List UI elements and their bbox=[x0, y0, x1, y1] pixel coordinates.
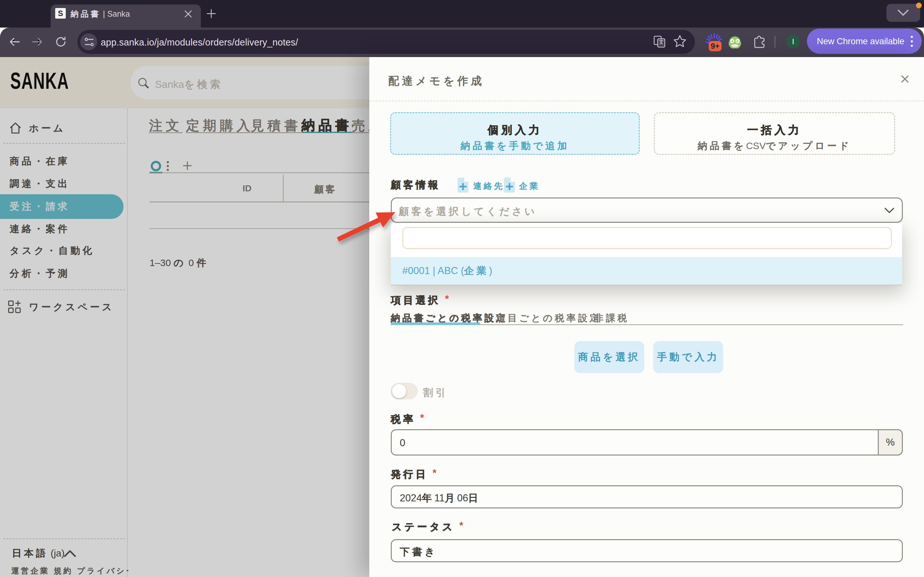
svg-text:9+: 9+ bbox=[711, 42, 719, 50]
